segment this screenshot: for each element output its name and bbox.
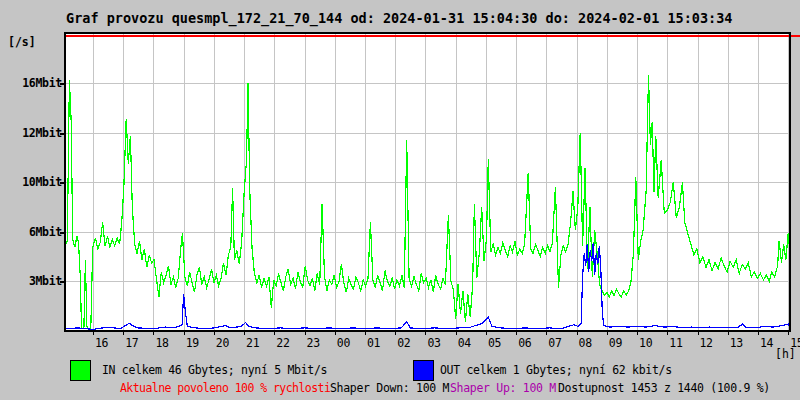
x-axis-label: 08: [579, 336, 592, 350]
x-axis-label: 01: [367, 336, 380, 350]
x-axis-label: 04: [458, 336, 471, 350]
x-axis-label: 12: [700, 336, 713, 350]
x-axis-label: 00: [337, 336, 350, 350]
x-axis-label: 19: [186, 336, 199, 350]
out-legend-swatch: [413, 360, 434, 381]
traffic-graph-page: Graf provozu quesmpl_172_21_70_144 od: 2…: [0, 0, 800, 400]
shaper-down-text: Shaper Down: 100 M: [330, 381, 449, 395]
availability-text: Dostupnost 1453 z 1440 (100.9 %): [558, 381, 770, 395]
allowed-speed-text: Aktualne povoleno 100 % rychlosti: [120, 381, 330, 395]
y-axis-label: 3Mbit: [2, 274, 62, 288]
x-axis-label: 17: [125, 336, 138, 350]
x-axis-unit-label: [h]: [775, 347, 796, 361]
out-legend-label: OUT celkem 1 Gbytes; nyní 62 kbit/s: [440, 363, 672, 377]
x-axis-label: 07: [548, 336, 561, 350]
shaper-up-text: Shaper Up: 100 M: [450, 381, 556, 395]
x-axis-label: 16: [95, 336, 108, 350]
x-axis-label: 06: [518, 336, 531, 350]
y-axis-label: 12Mbit: [2, 126, 62, 140]
y-axis-label: 6Mbit: [2, 225, 62, 239]
x-axis-label: 03: [427, 336, 440, 350]
x-axis-label: 10: [639, 336, 652, 350]
y-axis-label: 16Mbit: [2, 76, 62, 90]
x-axis-label: 11: [669, 336, 682, 350]
x-axis-label: 09: [609, 336, 622, 350]
y-axis-label: 10Mbit: [2, 175, 62, 189]
in-legend-swatch: [70, 360, 91, 381]
x-axis-label: 02: [397, 336, 410, 350]
x-axis-label: 05: [488, 336, 501, 350]
x-axis-label: 22: [276, 336, 289, 350]
x-axis-label: 21: [246, 336, 259, 350]
x-axis-label: 14: [760, 336, 773, 350]
x-axis-label: 20: [216, 336, 229, 350]
x-axis-label: 23: [307, 336, 320, 350]
x-axis-label: 18: [155, 336, 168, 350]
in-legend-label: IN celkem 46 Gbytes; nyní 5 Mbit/s: [102, 363, 327, 377]
x-axis-label: 13: [730, 336, 743, 350]
